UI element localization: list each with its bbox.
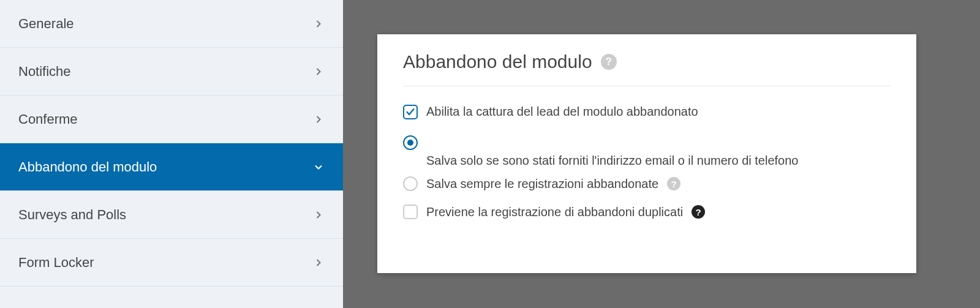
prevent-duplicates-label: Previene la registrazione di abbandoni d… <box>426 205 683 219</box>
chevron-right-icon <box>312 18 325 30</box>
chevron-right-icon <box>312 66 325 78</box>
sidebar-item-label: Conferme <box>18 111 78 127</box>
help-icon[interactable]: ? <box>692 205 705 219</box>
radio-save-always-label: Salva sempre le registrazioni abbandonat… <box>426 177 658 191</box>
sidebar-item-form-abandonment[interactable]: Abbandono del modulo <box>0 143 343 191</box>
sidebar-item-label: Abbandono del modulo <box>18 159 157 175</box>
help-icon[interactable]: ? <box>667 177 680 190</box>
help-icon[interactable]: ? <box>601 54 617 70</box>
prevent-duplicates-checkbox[interactable] <box>403 205 418 219</box>
radio-option-save-if-contact: Salva solo se sono stati forniti l'indir… <box>403 135 891 168</box>
settings-sidebar: Generale Notifiche Conferme Abbandono de… <box>0 0 343 308</box>
sidebar-item-label: Form Locker <box>18 255 94 271</box>
radio-save-always[interactable] <box>403 176 418 191</box>
radio-save-if-contact-label: Salva solo se sono stati forniti l'indir… <box>426 154 891 168</box>
sidebar-item-confirmations[interactable]: Conferme <box>0 96 343 143</box>
sidebar-item-notifications[interactable]: Notifiche <box>0 48 343 96</box>
content-area: Abbandono del modulo ? Abilita la cattur… <box>343 0 980 308</box>
enable-capture-row: Abilita la cattura del lead del modulo a… <box>403 105 891 119</box>
radio-save-if-contact[interactable] <box>403 135 418 150</box>
radio-option-save-always: Salva sempre le registrazioni abbandonat… <box>403 176 891 191</box>
sidebar-item-surveys-polls[interactable]: Surveys and Polls <box>0 191 343 239</box>
prevent-duplicates-row: Previene la registrazione di abbandoni d… <box>403 205 891 219</box>
chevron-right-icon <box>312 257 325 269</box>
panel-title: Abbandono del modulo <box>403 51 592 72</box>
sidebar-item-form-locker[interactable]: Form Locker <box>0 239 343 287</box>
sidebar-item-label: Notifiche <box>18 64 71 80</box>
sidebar-item-label: Surveys and Polls <box>18 207 126 223</box>
chevron-right-icon <box>312 113 325 126</box>
enable-capture-checkbox[interactable] <box>403 105 418 119</box>
chevron-down-icon <box>312 161 325 173</box>
sidebar-item-general[interactable]: Generale <box>0 0 343 48</box>
enable-capture-label: Abilita la cattura del lead del modulo a… <box>426 105 698 119</box>
divider <box>403 86 891 86</box>
chevron-right-icon <box>312 209 325 221</box>
sidebar-item-label: Generale <box>18 16 74 32</box>
settings-panel: Abbandono del modulo ? Abilita la cattur… <box>377 34 916 273</box>
